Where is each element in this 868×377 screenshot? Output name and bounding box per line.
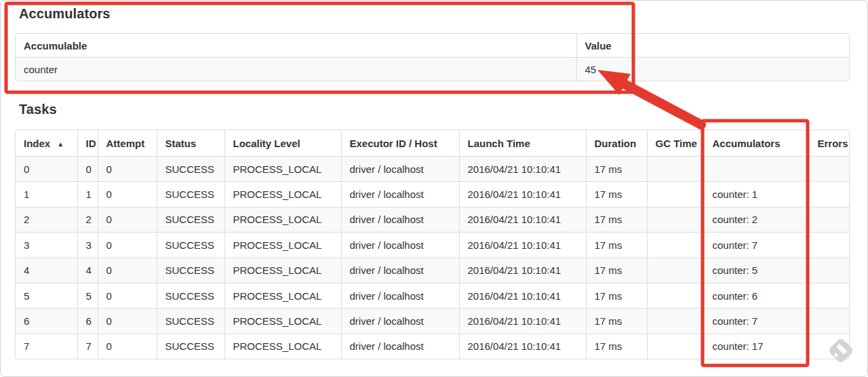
cell-launch-time: 2016/04/21 10:10:41 — [459, 283, 586, 308]
cell-executor-id-host: driver / localhost — [341, 233, 459, 258]
cell-accumulators: counter: 17 — [704, 334, 809, 359]
cell-status: SUCCESS — [157, 283, 224, 308]
cell-locality-level: PROCESS_LOCAL — [224, 233, 341, 258]
column-header-status[interactable]: Status — [157, 130, 224, 157]
cell-duration: 17 ms — [586, 309, 647, 334]
cell-accumulable: counter — [16, 58, 576, 81]
cell-accumulators — [704, 157, 809, 182]
cell-errors — [809, 309, 849, 334]
column-header-accumulable[interactable]: Accumulable — [16, 34, 576, 58]
tasks-tbody: 000SUCCESSPROCESS_LOCALdriver / localhos… — [16, 157, 849, 359]
cell-accumulators: counter: 7 — [704, 233, 809, 258]
cell-index: 5 — [16, 283, 77, 308]
annotation-arrow-shaft — [625, 84, 701, 125]
cell-attempt: 0 — [98, 334, 157, 359]
column-header-index[interactable]: Index▲ — [16, 130, 77, 157]
cell-launch-time: 2016/04/21 10:10:41 — [459, 334, 586, 359]
cell-attempt: 0 — [98, 157, 157, 182]
column-header-locality-level[interactable]: Locality Level — [224, 130, 341, 157]
cell-locality-level: PROCESS_LOCAL — [224, 283, 341, 308]
column-header-launch-time[interactable]: Launch Time — [459, 130, 586, 157]
cell-executor-id-host: driver / localhost — [341, 283, 459, 308]
cell-accumulators: counter: 7 — [704, 309, 809, 334]
cell-index: 1 — [16, 182, 77, 207]
column-header-value[interactable]: Value — [576, 34, 849, 58]
cell-attempt: 0 — [98, 258, 157, 283]
cell-gc-time — [647, 334, 704, 359]
column-header-executor-id-host[interactable]: Executor ID / Host — [341, 130, 459, 157]
cell-locality-level: PROCESS_LOCAL — [224, 334, 341, 359]
column-header-attempt[interactable]: Attempt — [98, 130, 157, 157]
cell-errors — [809, 258, 849, 283]
cell-index: 2 — [16, 207, 77, 232]
cell-executor-id-host: driver / localhost — [341, 258, 459, 283]
task-row: 770SUCCESSPROCESS_LOCALdriver / localhos… — [16, 334, 849, 359]
cell-attempt: 0 — [98, 283, 157, 308]
cell-errors — [809, 283, 849, 308]
cell-launch-time: 2016/04/21 10:10:41 — [459, 258, 586, 283]
column-header-duration[interactable]: Duration — [586, 130, 647, 157]
cell-status: SUCCESS — [157, 334, 224, 359]
cell-locality-level: PROCESS_LOCAL — [224, 258, 341, 283]
tasks-table: Index▲ ID Attempt Status Locality Level … — [15, 130, 850, 359]
cell-index: 6 — [16, 309, 77, 334]
cell-duration: 17 ms — [586, 182, 647, 207]
cell-accumulators: counter: 6 — [704, 283, 809, 308]
accumulators-header-row: Accumulable Value — [16, 34, 849, 58]
cell-duration: 17 ms — [586, 207, 647, 232]
accumulators-heading: Accumulators — [19, 6, 111, 22]
cell-attempt: 0 — [98, 207, 157, 232]
cell-gc-time — [647, 309, 704, 334]
cell-gc-time — [647, 233, 704, 258]
cell-index: 7 — [16, 334, 77, 359]
cell-index: 0 — [16, 157, 77, 182]
column-header-errors[interactable]: Errors — [809, 130, 849, 157]
cell-gc-time — [647, 207, 704, 232]
task-row: 000SUCCESSPROCESS_LOCALdriver / localhos… — [16, 157, 849, 182]
cell-id: 0 — [77, 157, 98, 182]
cell-errors — [809, 207, 849, 232]
cell-duration: 17 ms — [586, 157, 647, 182]
cell-locality-level: PROCESS_LOCAL — [224, 207, 341, 232]
cell-attempt: 0 — [98, 309, 157, 334]
column-header-id[interactable]: ID — [77, 130, 98, 157]
cell-launch-time: 2016/04/21 10:10:41 — [459, 157, 586, 182]
task-row: 440SUCCESSPROCESS_LOCALdriver / localhos… — [16, 258, 849, 283]
cell-accumulators: counter: 5 — [704, 258, 809, 283]
column-header-gc-time[interactable]: GC Time — [647, 130, 704, 157]
cell-errors — [809, 233, 849, 258]
cell-errors — [809, 157, 849, 182]
cell-gc-time — [647, 283, 704, 308]
cell-id: 7 — [77, 334, 98, 359]
cell-accumulators: counter: 1 — [704, 182, 809, 207]
cell-executor-id-host: driver / localhost — [341, 157, 459, 182]
sort-ascending-icon: ▲ — [57, 140, 64, 148]
cell-id: 5 — [77, 283, 98, 308]
cell-duration: 17 ms — [586, 334, 647, 359]
cell-gc-time — [647, 182, 704, 207]
cell-duration: 17 ms — [586, 283, 647, 308]
cell-id: 6 — [77, 309, 98, 334]
spark-stage-page: Accumulators Accumulable Value counter 4… — [0, 0, 868, 377]
cell-duration: 17 ms — [586, 258, 647, 283]
accumulator-row: counter 45 — [16, 58, 849, 81]
cell-launch-time: 2016/04/21 10:10:41 — [459, 309, 586, 334]
cell-accumulators: counter: 2 — [704, 207, 809, 232]
cell-index: 4 — [16, 258, 77, 283]
cell-launch-time: 2016/04/21 10:10:41 — [459, 182, 586, 207]
cell-locality-level: PROCESS_LOCAL — [224, 309, 341, 334]
task-row: 110SUCCESSPROCESS_LOCALdriver / localhos… — [16, 182, 849, 207]
cell-errors — [809, 334, 849, 359]
cell-locality-level: PROCESS_LOCAL — [224, 157, 341, 182]
cell-index: 3 — [16, 233, 77, 258]
cell-executor-id-host: driver / localhost — [341, 207, 459, 232]
task-row: 550SUCCESSPROCESS_LOCALdriver / localhos… — [16, 283, 849, 308]
cell-executor-id-host: driver / localhost — [341, 309, 459, 334]
cell-status: SUCCESS — [157, 233, 224, 258]
cell-id: 3 — [77, 233, 98, 258]
cell-attempt: 0 — [98, 182, 157, 207]
task-row: 660SUCCESSPROCESS_LOCALdriver / localhos… — [16, 309, 849, 334]
cell-gc-time — [647, 258, 704, 283]
cell-gc-time — [647, 157, 704, 182]
column-header-accumulators[interactable]: Accumulators — [704, 130, 809, 157]
